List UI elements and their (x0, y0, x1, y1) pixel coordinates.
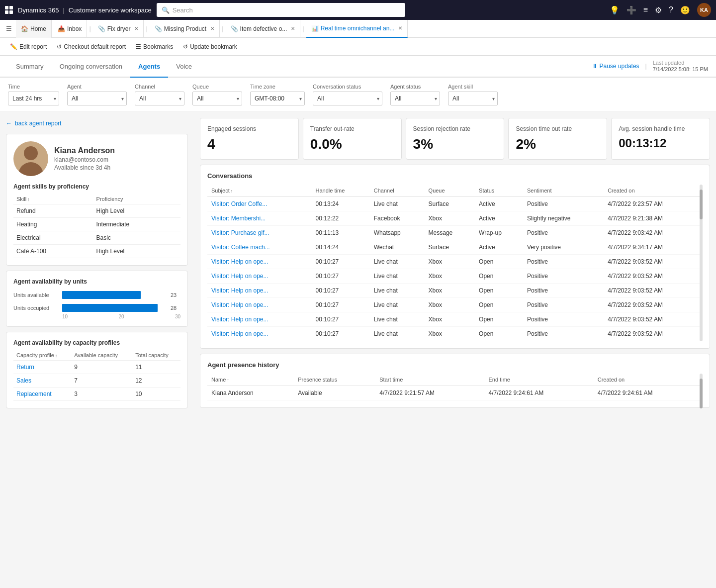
time-select[interactable]: Last 24 hrs Last 7 days Last 30 days (8, 92, 59, 105)
queue-select[interactable]: All (192, 92, 242, 105)
update-bookmark-button[interactable]: ↺ Update bookmark (179, 41, 241, 52)
skills-row: ElectricalBasic (13, 231, 180, 245)
filter-channel: Channel All (135, 84, 184, 105)
presence-row: Kiana Anderson Available 4/7/2022 9:21:5… (207, 386, 703, 400)
scrollbar-track (700, 374, 703, 400)
left-panel: ← back agent report Kiana Anderson kiana… (0, 112, 194, 588)
filter-conv-status: Conversation status All (313, 84, 382, 105)
conversation-row: Visitor: Help on ope... 00:10:27 Live ch… (207, 327, 703, 341)
tab-agents[interactable]: Agents (130, 56, 168, 78)
settings-icon[interactable]: ⚙ (655, 5, 662, 15)
tab-item-defective[interactable]: 📎 Item defective o... ✕ (226, 20, 301, 38)
scrollbar-thumb[interactable] (700, 379, 703, 408)
availability-title: Agent availability by units (13, 278, 180, 285)
app-brand: Dynamics 365 | Customer service workspac… (18, 6, 152, 14)
skills-row: HeatingIntermediate (13, 218, 180, 231)
conversations-card: Conversations Subject↑ Handle time Chann… (200, 165, 710, 349)
edit-icon: ✏️ (10, 43, 17, 50)
tab-close-icon[interactable]: ✕ (291, 26, 295, 31)
pause-icon: ⏸ (592, 63, 598, 70)
tab-missing-product[interactable]: 📎 Missing Product ✕ (150, 20, 220, 38)
help-icon[interactable]: ? (669, 5, 673, 14)
skills-row: RefundHigh Level (13, 204, 180, 218)
main-content: ← back agent report Kiana Anderson kiana… (0, 112, 716, 588)
availability-card: Agent availability by units Units availa… (6, 271, 188, 327)
tab-voice[interactable]: Voice (168, 56, 200, 78)
agent-email: kiana@contoso.com (54, 156, 115, 163)
conversation-row: Visitor: Help on ope... 00:10:27 Live ch… (207, 269, 703, 284)
report-tab-bar: Summary Ongoing conversation Agents Voic… (0, 56, 716, 78)
conversation-row: Visitor: Membershi... 00:12:22 Facebook … (207, 211, 703, 226)
scrollbar-thumb[interactable] (700, 190, 703, 219)
add-icon[interactable]: ➕ (626, 5, 636, 15)
checkout-default-button[interactable]: ↺ Checkout default report (53, 41, 130, 52)
inbox-icon: 📥 (58, 25, 65, 32)
tab-real-time[interactable]: 📊 Real time omnichannel an... ✕ (306, 20, 408, 38)
filter-agent-skill: Agent skill All (448, 84, 498, 105)
skills-title: Agent skills by proficiency (13, 183, 180, 190)
bookmarks-button[interactable]: ☰ Bookmarks (132, 41, 177, 52)
smiley-icon[interactable]: 🙂 (680, 5, 690, 15)
agent-name: Kiana Anderson (54, 146, 115, 155)
skills-table: Skill↑ Proficiency RefundHigh LevelHeati… (13, 194, 180, 258)
chart-icon: 📊 (311, 25, 319, 32)
metric-engaged: Engaged sessions 4 (200, 118, 299, 160)
conversations-table: Subject↑ Handle time Channel Queue Statu… (207, 185, 703, 341)
bar-row: Units available 23 (13, 291, 180, 299)
search-bar[interactable]: 🔍 Search (157, 3, 405, 17)
agent-skill-select[interactable]: All (448, 92, 498, 105)
conversation-row: Visitor: Help on ope... 00:10:27 Live ch… (207, 284, 703, 298)
report-tab-list: Summary Ongoing conversation Agents Voic… (8, 56, 200, 77)
back-nav[interactable]: ← back agent report (6, 118, 188, 129)
agent-select[interactable]: All (67, 92, 127, 105)
capacity-row: Sales712 (13, 374, 180, 388)
update-icon: ↺ (183, 43, 188, 50)
search-icon: 🔍 (162, 6, 170, 14)
right-panel: Engaged sessions 4 Transfer out-rate 0.0… (194, 112, 716, 588)
tab-inbox[interactable]: 📥 Inbox (53, 20, 87, 38)
filter-queue: Queue All (192, 84, 242, 105)
tab-summary[interactable]: Summary (8, 56, 52, 78)
paperclip-icon: 📎 (98, 25, 105, 32)
filter-agent: Agent All (67, 84, 127, 105)
conversation-row: Visitor: Coffee mach... 00:14:24 Wechat … (207, 240, 703, 255)
agent-card: Kiana Anderson kiana@contoso.com Availab… (6, 134, 188, 266)
filter-timezone: Time zone GMT-08:00 (250, 84, 305, 105)
metric-transfer: Transfer out-rate 0.0% (303, 118, 402, 160)
bar-fill (62, 291, 141, 299)
top-navigation: Dynamics 365 | Customer service workspac… (0, 0, 716, 20)
report-toolbar: ✏️ Edit report ↺ Checkout default report… (0, 38, 716, 56)
presence-table: Name↑ Presence status Start time End tim… (207, 374, 703, 400)
conversation-row: Visitor: Purchase gif... 00:11:13 Whatsa… (207, 226, 703, 240)
channel-select[interactable]: All (135, 92, 184, 105)
hamburger-menu[interactable]: ☰ (3, 23, 15, 34)
pause-updates-button[interactable]: ⏸ Pause updates (592, 63, 639, 70)
tab-ongoing-conversation[interactable]: Ongoing conversation (52, 56, 130, 78)
lightbulb-icon[interactable]: 💡 (610, 5, 620, 15)
conv-status-select[interactable]: All (313, 92, 382, 105)
conversation-row: Visitor: Help on ope... 00:10:27 Live ch… (207, 255, 703, 269)
conversation-row: Visitor: Help on ope... 00:10:27 Live ch… (207, 298, 703, 312)
filter-icon[interactable]: ≡ (643, 5, 648, 14)
timezone-select[interactable]: GMT-08:00 (250, 92, 305, 105)
scrollbar-track (700, 185, 703, 341)
skills-row: Café A-100High Level (13, 245, 180, 258)
agent-status-select[interactable]: All (390, 92, 440, 105)
tab-fix-dryer[interactable]: 📎 Fix dryer ✕ (93, 20, 144, 38)
user-avatar[interactable]: KA (697, 3, 711, 17)
tab-close-icon[interactable]: ✕ (134, 26, 138, 31)
conversations-table-container[interactable]: Subject↑ Handle time Channel Queue Statu… (207, 185, 703, 341)
bar-axis: 10 20 30 (13, 312, 180, 319)
metric-rejection: Session rejection rate 3% (406, 118, 505, 160)
tab-close-icon[interactable]: ✕ (210, 26, 214, 31)
conversation-row: Visitor: Order Coffe... 00:13:24 Live ch… (207, 197, 703, 211)
app-logo (5, 6, 13, 14)
edit-report-button[interactable]: ✏️ Edit report (6, 41, 51, 52)
bar-chart: Units available 23 Units occupied 28 (13, 291, 180, 312)
tab-close-icon[interactable]: ✕ (398, 25, 402, 31)
metric-handle: Avg. session handle time 00:13:12 (611, 118, 710, 160)
paperclip-icon: 📎 (155, 25, 162, 32)
presence-history-card: Agent presence history Name↑ Presence st… (200, 354, 710, 408)
home-icon: 🏠 (21, 25, 28, 32)
tab-home[interactable]: 🏠 Home (16, 20, 52, 38)
